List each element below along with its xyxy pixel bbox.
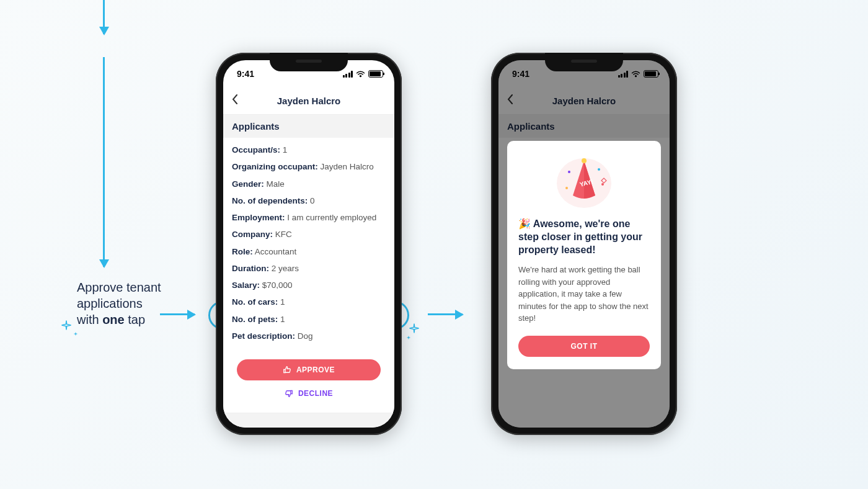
success-modal: YAY! 🎉 Awesome, we're one step closer in… bbox=[507, 141, 661, 369]
page-title: Jayden Halcro bbox=[277, 96, 341, 106]
detail-employment: Employment: I am currently employed bbox=[232, 212, 386, 224]
caption-line-1: Approve tenant bbox=[77, 279, 201, 295]
chevron-left-icon bbox=[232, 94, 238, 104]
detail-duration: Duration: 2 years bbox=[232, 262, 386, 275]
svg-point-5 bbox=[601, 183, 604, 186]
status-indicators bbox=[343, 70, 384, 78]
sparkle-icon bbox=[409, 323, 420, 334]
phone-screen: 9:41 Jayden Halcro Applicants Occupant/s… bbox=[498, 60, 670, 428]
modal-body: We're hard at work getting the ball roll… bbox=[518, 264, 650, 325]
detail-pets: No. of pets: 1 bbox=[232, 313, 386, 326]
thumbs-up-icon bbox=[283, 366, 291, 374]
screen-spacer bbox=[223, 413, 394, 428]
action-buttons: APPROVE DECLINE bbox=[223, 351, 394, 413]
party-hat-illustration: YAY! bbox=[518, 153, 650, 209]
status-time: 9:41 bbox=[237, 69, 254, 79]
modal-title: 🎉 Awesome, we're one step closer in gett… bbox=[518, 218, 650, 256]
phone-screen: 9:41 Jayden Halcro Applicants Occupant/s… bbox=[223, 60, 394, 428]
feature-caption: Approve tenant applications with one tap bbox=[77, 279, 201, 328]
detail-salary: Salary: $70,000 bbox=[232, 279, 386, 292]
got-it-button[interactable]: GOT IT bbox=[518, 336, 650, 357]
phone-mockup-2: 9:41 Jayden Halcro Applicants Occupant/s… bbox=[491, 53, 677, 435]
party-popper-emoji: 🎉 bbox=[518, 218, 531, 229]
cellular-signal-icon bbox=[343, 71, 353, 78]
phone-notch bbox=[545, 53, 623, 71]
detail-company: Company: KFC bbox=[232, 228, 386, 241]
approve-button-label: APPROVE bbox=[296, 366, 335, 374]
svg-point-2 bbox=[582, 158, 587, 163]
decline-button-label: DECLINE bbox=[298, 389, 333, 398]
svg-point-6 bbox=[565, 187, 568, 189]
got-it-button-label: GOT IT bbox=[571, 342, 598, 351]
decline-button[interactable]: DECLINE bbox=[237, 384, 381, 403]
detail-dependents: No. of dependents: 0 bbox=[232, 195, 386, 207]
phone-notch bbox=[270, 53, 348, 71]
detail-cars: No. of cars: 1 bbox=[232, 296, 386, 308]
phone-mockup-1: 9:41 Jayden Halcro Applicants Occupant/s… bbox=[216, 53, 402, 435]
detail-role: Role: Accountant bbox=[232, 246, 386, 258]
detail-pet-description: Pet description: Dog bbox=[232, 330, 386, 343]
caption-line-3: with one tap bbox=[77, 312, 201, 328]
thumbs-down-icon bbox=[285, 389, 293, 398]
applicant-details: Occupant/s: 1 Organizing occupant: Jayde… bbox=[223, 138, 394, 351]
flow-arrow-right-2 bbox=[428, 313, 463, 315]
approve-button[interactable]: APPROVE bbox=[237, 359, 381, 380]
back-button[interactable] bbox=[232, 94, 238, 107]
caption-line-2: applications bbox=[77, 295, 201, 312]
svg-point-4 bbox=[598, 168, 600, 171]
sparkle-icon bbox=[73, 331, 78, 336]
sparkle-icon bbox=[406, 335, 411, 340]
detail-occupants: Occupant/s: 1 bbox=[232, 144, 386, 156]
sparkle-icon bbox=[61, 320, 72, 331]
app-header: Jayden Halcro bbox=[223, 87, 394, 115]
svg-point-3 bbox=[568, 171, 570, 173]
section-header: Applicants bbox=[223, 115, 394, 138]
detail-gender: Gender: Male bbox=[232, 178, 386, 191]
flow-arrow-down-2 bbox=[103, 57, 105, 267]
detail-organizing-occupant: Organizing occupant: Jayden Halcro bbox=[232, 161, 386, 173]
battery-icon bbox=[368, 70, 383, 78]
flow-arrow-down-1 bbox=[103, 0, 105, 34]
wifi-icon bbox=[356, 71, 365, 78]
